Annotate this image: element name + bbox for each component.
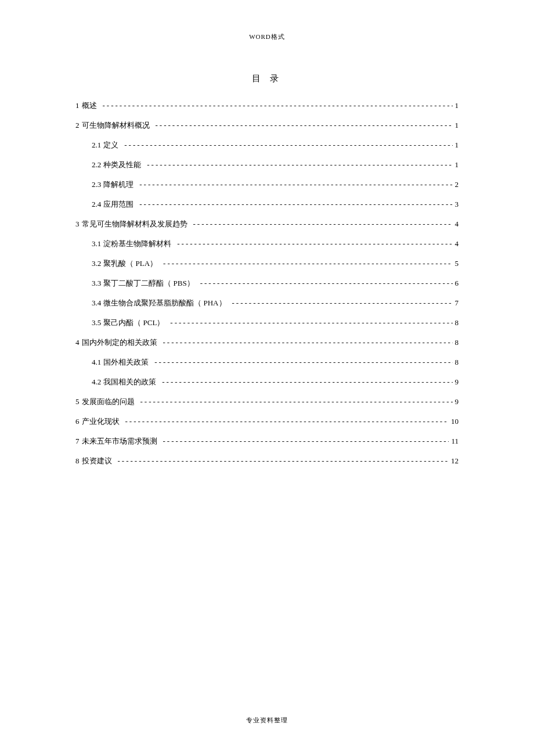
toc-entry-label: 国内外制定的相关政策	[82, 337, 157, 348]
toc-entry: 2可生物降解材料概况------------------------------…	[75, 120, 459, 140]
toc-leader: ----------------------------------------…	[147, 160, 452, 170]
toc-leader: ----------------------------------------…	[177, 239, 452, 249]
toc-entry: 3常见可生物降解材料及发展趋势-------------------------…	[75, 219, 459, 239]
toc-entry-label: 聚乳酸（ PLA）	[103, 258, 157, 269]
toc-entry-number: 3.3	[92, 279, 101, 288]
toc-entry-page: 3	[455, 200, 459, 209]
toc-entry-label: 国外相关政策	[103, 357, 149, 368]
toc-entry: 4.1国外相关政策-------------------------------…	[75, 357, 459, 377]
toc-entry-page: 9	[455, 377, 459, 387]
toc-entry-page: 8	[455, 318, 459, 327]
toc-entry-page: 8	[455, 358, 459, 367]
toc-entry-page: 4	[455, 239, 459, 249]
toc-leader: ----------------------------------------…	[139, 200, 452, 209]
toc-leader: ----------------------------------------…	[200, 279, 453, 288]
toc-entry: 7未来五年市场需求预测-----------------------------…	[75, 436, 459, 456]
toc-entry: 8投资建议-----------------------------------…	[75, 456, 459, 476]
toc-entry: 1概述-------------------------------------…	[75, 100, 459, 120]
toc-entry-label: 微生物合成聚羟基脂肪酸酯（ PHA）	[103, 298, 226, 308]
toc-entry-page: 12	[451, 456, 459, 466]
toc-entry-number: 2.2	[92, 160, 101, 170]
toc-leader: ----------------------------------------…	[118, 456, 449, 466]
toc-entry-number: 5	[75, 397, 80, 406]
toc-entry-number: 2	[75, 121, 80, 130]
toc-entry: 4.2我国相关的政策------------------------------…	[75, 377, 459, 397]
toc-leader: ----------------------------------------…	[154, 358, 452, 367]
toc-leader: ----------------------------------------…	[103, 101, 453, 110]
toc-entry-number: 2.4	[92, 200, 101, 209]
toc-entry-page: 10	[451, 417, 459, 426]
toc-entry: 5发展面临的问题--------------------------------…	[75, 397, 459, 416]
toc-entry-label: 定义	[103, 140, 118, 150]
toc-entry-page: 1	[455, 160, 459, 170]
toc-entry-label: 概述	[82, 100, 97, 111]
toc-entry-label: 常见可生物降解材料及发展趋势	[82, 219, 187, 229]
toc-entry-number: 3.1	[92, 239, 101, 249]
toc-entry: 2.2种类及性能--------------------------------…	[75, 160, 459, 179]
page: WORD格式 目 录 1概述--------------------------…	[0, 0, 534, 756]
toc-entry-page: 1	[455, 121, 459, 130]
toc-entry: 3.2聚乳酸（ PLA）----------------------------…	[75, 258, 459, 278]
toc-entry-page: 1	[455, 141, 459, 150]
toc-entry-number: 8	[75, 456, 80, 466]
page-footer: 专业资料整理	[0, 716, 534, 725]
toc-leader: ----------------------------------------…	[125, 417, 449, 426]
toc-entry-label: 未来五年市场需求预测	[82, 436, 157, 447]
toc-entry-label: 淀粉基生物降解材料	[103, 239, 171, 249]
toc-entry-number: 4	[75, 338, 80, 347]
toc-entry-label: 种类及性能	[103, 160, 141, 170]
toc-entry-label: 聚己内酯（ PCL）	[103, 318, 164, 328]
toc-entry: 3.1淀粉基生物降解材料----------------------------…	[75, 239, 459, 258]
toc-entry-page: 2	[455, 180, 459, 189]
toc-entry-number: 6	[75, 417, 80, 426]
toc-entry-number: 4.1	[92, 358, 101, 367]
toc-entry: 3.3聚丁二酸丁二醇酯（ PBS）-----------------------…	[75, 278, 459, 298]
toc-entry-page: 8	[455, 338, 459, 347]
toc-leader: ----------------------------------------…	[162, 377, 452, 387]
toc-entry-number: 4.2	[92, 377, 101, 387]
toc-entry-label: 我国相关的政策	[103, 377, 156, 387]
toc-entry-label: 发展面临的问题	[82, 397, 135, 407]
toc-entry-label: 可生物降解材料概况	[82, 120, 150, 131]
toc-entry: 2.1定义-----------------------------------…	[75, 140, 459, 160]
toc-leader: ----------------------------------------…	[139, 180, 452, 189]
toc-entry: 4国内外制定的相关政策-----------------------------…	[75, 337, 459, 357]
toc-leader: ----------------------------------------…	[163, 259, 452, 268]
toc-entry-number: 2.3	[92, 180, 101, 189]
toc-entry-number: 2.1	[92, 141, 101, 150]
toc-leader: ----------------------------------------…	[163, 437, 449, 446]
toc-entry-number: 3.5	[92, 318, 101, 327]
toc-entry-page: 5	[455, 259, 459, 268]
page-header: WORD格式	[75, 33, 459, 41]
toc-entry-label: 投资建议	[82, 456, 112, 466]
toc-entry-number: 1	[75, 101, 80, 110]
toc-entry-label: 应用范围	[103, 199, 134, 210]
toc-entry-number: 3.4	[92, 298, 101, 308]
toc-entry-number: 3.2	[92, 259, 101, 268]
toc-entry-page: 7	[455, 298, 459, 308]
toc-entry-page: 4	[455, 219, 459, 229]
toc-leader: ----------------------------------------…	[156, 121, 453, 130]
toc-entry-page: 9	[455, 397, 459, 406]
toc-leader: ----------------------------------------…	[232, 298, 453, 308]
toc-list: 1概述-------------------------------------…	[75, 100, 459, 476]
toc-entry-number: 7	[75, 437, 80, 446]
toc-entry: 2.4应用范围---------------------------------…	[75, 199, 459, 219]
toc-entry-page: 1	[455, 101, 459, 110]
toc-entry-number: 3	[75, 219, 80, 229]
toc-entry: 3.4微生物合成聚羟基脂肪酸酯（ PHA）-------------------…	[75, 298, 459, 318]
toc-leader: ----------------------------------------…	[124, 141, 452, 150]
toc-entry-page: 6	[455, 279, 459, 288]
toc-leader: ----------------------------------------…	[140, 397, 453, 406]
toc-entry-label: 聚丁二酸丁二醇酯（ PBS）	[103, 278, 194, 289]
toc-leader: ----------------------------------------…	[193, 219, 453, 229]
toc-entry: 2.3降解机理---------------------------------…	[75, 179, 459, 199]
toc-leader: ----------------------------------------…	[163, 338, 453, 347]
toc-entry-label: 降解机理	[103, 179, 134, 190]
toc-entry-label: 产业化现状	[82, 416, 120, 427]
toc-title: 目 录	[75, 73, 459, 84]
toc-entry: 3.5聚己内酯（ PCL）---------------------------…	[75, 318, 459, 337]
toc-leader: ----------------------------------------…	[170, 318, 452, 327]
toc-entry-page: 11	[451, 437, 459, 446]
toc-entry: 6产业化现状----------------------------------…	[75, 416, 459, 436]
